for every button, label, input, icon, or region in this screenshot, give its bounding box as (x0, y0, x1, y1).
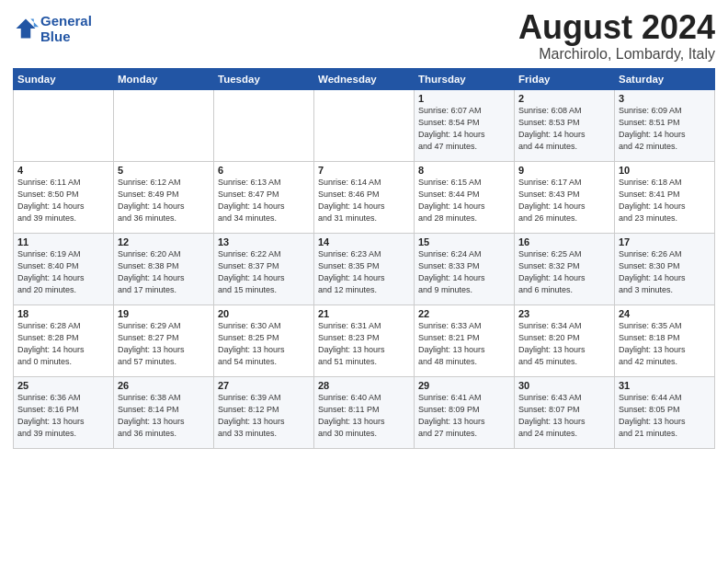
day-info: Sunrise: 6:17 AM Sunset: 8:43 PM Dayligh… (518, 177, 610, 224)
day-cell: 14Sunrise: 6:23 AM Sunset: 8:35 PM Dayli… (314, 233, 415, 304)
day-number: 7 (318, 165, 410, 176)
day-cell: 18Sunrise: 6:28 AM Sunset: 8:28 PM Dayli… (14, 304, 114, 376)
day-info: Sunrise: 6:22 AM Sunset: 8:37 PM Dayligh… (218, 248, 310, 296)
day-info: Sunrise: 6:29 AM Sunset: 8:27 PM Dayligh… (118, 320, 210, 368)
day-cell: 26Sunrise: 6:38 AM Sunset: 8:14 PM Dayli… (114, 376, 214, 448)
day-number: 19 (118, 308, 210, 319)
day-cell: 5Sunrise: 6:12 AM Sunset: 8:49 PM Daylig… (114, 161, 214, 233)
day-cell: 16Sunrise: 6:25 AM Sunset: 8:32 PM Dayli… (515, 233, 615, 304)
day-cell: 1Sunrise: 6:07 AM Sunset: 8:54 PM Daylig… (415, 89, 515, 161)
day-info: Sunrise: 6:34 AM Sunset: 8:20 PM Dayligh… (518, 320, 610, 368)
col-header-wednesday: Wednesday (314, 68, 415, 89)
day-info: Sunrise: 6:11 AM Sunset: 8:50 PM Dayligh… (17, 177, 109, 224)
day-cell: 24Sunrise: 6:35 AM Sunset: 8:18 PM Dayli… (615, 304, 715, 376)
day-cell (114, 89, 214, 161)
week-row-1: 1Sunrise: 6:07 AM Sunset: 8:54 PM Daylig… (14, 89, 715, 161)
day-number: 5 (118, 165, 210, 176)
day-info: Sunrise: 6:15 AM Sunset: 8:44 PM Dayligh… (418, 177, 510, 224)
day-info: Sunrise: 6:25 AM Sunset: 8:32 PM Dayligh… (518, 248, 610, 296)
day-number: 28 (318, 380, 410, 391)
day-info: Sunrise: 6:26 AM Sunset: 8:30 PM Dayligh… (619, 248, 711, 296)
day-cell: 25Sunrise: 6:36 AM Sunset: 8:16 PM Dayli… (14, 376, 114, 448)
day-number: 6 (218, 165, 310, 176)
day-cell: 21Sunrise: 6:31 AM Sunset: 8:23 PM Dayli… (314, 304, 415, 376)
day-info: Sunrise: 6:08 AM Sunset: 8:53 PM Dayligh… (518, 105, 610, 153)
day-number: 30 (518, 380, 610, 391)
day-info: Sunrise: 6:43 AM Sunset: 8:07 PM Dayligh… (518, 392, 610, 440)
calendar-container: General Blue August 2024 Marchirolo, Lom… (0, 0, 728, 456)
logo-text: General Blue (40, 13, 92, 45)
month-title: August 2024 (518, 9, 715, 46)
day-cell (214, 89, 314, 161)
day-info: Sunrise: 6:35 AM Sunset: 8:18 PM Dayligh… (619, 320, 711, 368)
day-cell: 31Sunrise: 6:44 AM Sunset: 8:05 PM Dayli… (615, 376, 715, 448)
location-title: Marchirolo, Lombardy, Italy (518, 46, 715, 63)
day-number: 26 (118, 380, 210, 391)
day-cell: 7Sunrise: 6:14 AM Sunset: 8:46 PM Daylig… (314, 161, 415, 233)
day-info: Sunrise: 6:24 AM Sunset: 8:33 PM Dayligh… (418, 248, 510, 296)
day-cell: 8Sunrise: 6:15 AM Sunset: 8:44 PM Daylig… (415, 161, 515, 233)
day-info: Sunrise: 6:09 AM Sunset: 8:51 PM Dayligh… (619, 105, 711, 153)
day-cell: 12Sunrise: 6:20 AM Sunset: 8:38 PM Dayli… (114, 233, 214, 304)
day-number: 3 (619, 93, 711, 104)
day-info: Sunrise: 6:39 AM Sunset: 8:12 PM Dayligh… (218, 392, 310, 440)
day-number: 2 (518, 93, 610, 104)
day-cell: 17Sunrise: 6:26 AM Sunset: 8:30 PM Dayli… (615, 233, 715, 304)
day-number: 21 (318, 308, 410, 319)
day-info: Sunrise: 6:40 AM Sunset: 8:11 PM Dayligh… (318, 392, 410, 440)
day-cell: 4Sunrise: 6:11 AM Sunset: 8:50 PM Daylig… (14, 161, 114, 233)
week-row-5: 25Sunrise: 6:36 AM Sunset: 8:16 PM Dayli… (14, 376, 715, 448)
header-row: General Blue August 2024 Marchirolo, Lom… (13, 9, 715, 63)
week-row-3: 11Sunrise: 6:19 AM Sunset: 8:40 PM Dayli… (14, 233, 715, 304)
day-info: Sunrise: 6:33 AM Sunset: 8:21 PM Dayligh… (418, 320, 510, 368)
col-header-tuesday: Tuesday (214, 68, 314, 89)
day-number: 14 (318, 236, 410, 247)
day-info: Sunrise: 6:30 AM Sunset: 8:25 PM Dayligh… (218, 320, 310, 368)
day-number: 13 (218, 236, 310, 247)
day-info: Sunrise: 6:18 AM Sunset: 8:41 PM Dayligh… (619, 177, 711, 224)
day-cell: 13Sunrise: 6:22 AM Sunset: 8:37 PM Dayli… (214, 233, 314, 304)
day-number: 31 (619, 380, 711, 391)
day-cell: 30Sunrise: 6:43 AM Sunset: 8:07 PM Dayli… (515, 376, 615, 448)
day-cell: 20Sunrise: 6:30 AM Sunset: 8:25 PM Dayli… (214, 304, 314, 376)
day-number: 10 (619, 165, 711, 176)
day-info: Sunrise: 6:14 AM Sunset: 8:46 PM Dayligh… (318, 177, 410, 224)
day-number: 1 (418, 93, 510, 104)
day-cell: 19Sunrise: 6:29 AM Sunset: 8:27 PM Dayli… (114, 304, 214, 376)
col-header-friday: Friday (515, 68, 615, 89)
day-cell: 23Sunrise: 6:34 AM Sunset: 8:20 PM Dayli… (515, 304, 615, 376)
col-header-thursday: Thursday (415, 68, 515, 89)
day-info: Sunrise: 6:23 AM Sunset: 8:35 PM Dayligh… (318, 248, 410, 296)
day-info: Sunrise: 6:44 AM Sunset: 8:05 PM Dayligh… (619, 392, 711, 440)
week-row-4: 18Sunrise: 6:28 AM Sunset: 8:28 PM Dayli… (14, 304, 715, 376)
day-number: 22 (418, 308, 510, 319)
day-cell: 3Sunrise: 6:09 AM Sunset: 8:51 PM Daylig… (615, 89, 715, 161)
day-cell (314, 89, 415, 161)
day-info: Sunrise: 6:31 AM Sunset: 8:23 PM Dayligh… (318, 320, 410, 368)
day-cell: 29Sunrise: 6:41 AM Sunset: 8:09 PM Dayli… (415, 376, 515, 448)
logo-icon (13, 16, 39, 41)
day-number: 4 (17, 165, 109, 176)
day-info: Sunrise: 6:28 AM Sunset: 8:28 PM Dayligh… (17, 320, 109, 368)
day-number: 23 (518, 308, 610, 319)
day-cell: 9Sunrise: 6:17 AM Sunset: 8:43 PM Daylig… (515, 161, 615, 233)
day-cell: 10Sunrise: 6:18 AM Sunset: 8:41 PM Dayli… (615, 161, 715, 233)
day-info: Sunrise: 6:13 AM Sunset: 8:47 PM Dayligh… (218, 177, 310, 224)
logo: General Blue (13, 13, 92, 45)
day-number: 15 (418, 236, 510, 247)
day-cell: 22Sunrise: 6:33 AM Sunset: 8:21 PM Dayli… (415, 304, 515, 376)
day-number: 8 (418, 165, 510, 176)
day-info: Sunrise: 6:20 AM Sunset: 8:38 PM Dayligh… (118, 248, 210, 296)
day-cell: 6Sunrise: 6:13 AM Sunset: 8:47 PM Daylig… (214, 161, 314, 233)
day-info: Sunrise: 6:41 AM Sunset: 8:09 PM Dayligh… (418, 392, 510, 440)
calendar-table: SundayMondayTuesdayWednesdayThursdayFrid… (13, 68, 715, 449)
day-cell: 11Sunrise: 6:19 AM Sunset: 8:40 PM Dayli… (14, 233, 114, 304)
day-number: 18 (17, 308, 109, 319)
week-row-2: 4Sunrise: 6:11 AM Sunset: 8:50 PM Daylig… (14, 161, 715, 233)
days-header-row: SundayMondayTuesdayWednesdayThursdayFrid… (14, 68, 715, 89)
day-number: 20 (218, 308, 310, 319)
day-number: 25 (17, 380, 109, 391)
col-header-monday: Monday (114, 68, 214, 89)
day-number: 11 (17, 236, 109, 247)
col-header-sunday: Sunday (14, 68, 114, 89)
